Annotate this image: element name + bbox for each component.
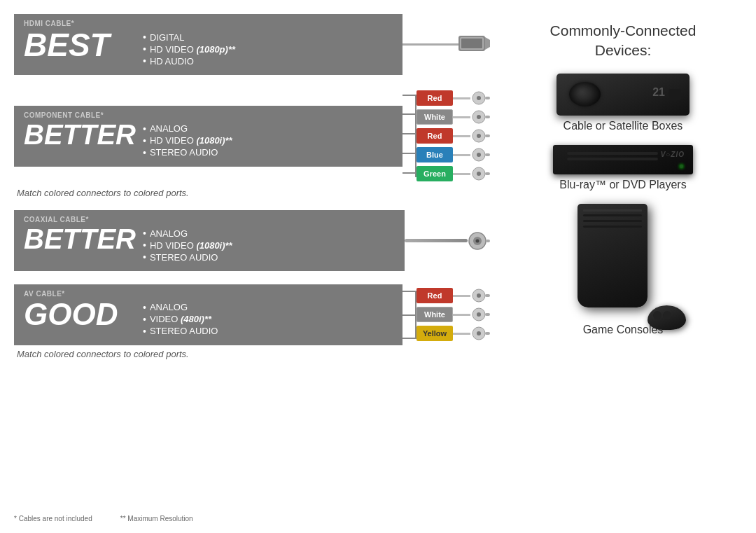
- best-feature-2-text: HD VIDEO (1080p)**: [150, 44, 235, 55]
- better-coaxial-section: COAXIAL CABLE* BETTER ANALOG HD VIDEO (1…: [14, 210, 490, 271]
- good-section: AV CABLE* GOOD ANALOG VIDEO (480i)** STE…: [14, 283, 490, 359]
- left-section: HDMI CABLE* BEST DIGITAL HD VIDEO (1080p…: [14, 14, 490, 512]
- best-feature-3-text: HD AUDIO: [150, 56, 194, 67]
- hdmi-plug-svg: [458, 30, 490, 57]
- bracket-tick-2: [402, 113, 416, 115]
- right-section: Commonly-Connected Devices: 21 Cable or …: [490, 14, 742, 512]
- av-connector-red: Red: [416, 288, 490, 303]
- svg-rect-2: [461, 39, 482, 48]
- bracket-line: [415, 95, 416, 177]
- svg-point-14: [477, 153, 481, 157]
- rca-plug-green-svg: [470, 166, 490, 181]
- best-quality-label: BEST: [24, 29, 143, 61]
- av-bracket: [402, 283, 416, 346]
- svg-rect-18: [485, 172, 490, 175]
- g-feature-3: STEREO AUDIO: [143, 326, 218, 337]
- bc-feature-3: STEREO AUDIO: [143, 147, 232, 158]
- rca-wire-red2: [453, 135, 470, 137]
- dvd-led: [680, 165, 683, 168]
- better-coaxial-row: COAXIAL CABLE* BETTER ANALOG HD VIDEO (1…: [14, 210, 490, 271]
- component-match-note: Match colored connectors to colored port…: [14, 185, 490, 198]
- good-quality-label: GOOD: [24, 299, 143, 330]
- svg-point-30: [477, 331, 481, 335]
- footer-note1: * Cables are not included: [14, 515, 92, 522]
- dvd-logo-text: V○ZIO: [661, 151, 685, 158]
- svg-rect-25: [485, 294, 490, 297]
- good-cable-row: GOOD ANALOG VIDEO (480i)** STEREO AUDIO: [24, 299, 393, 337]
- rca-wire-white: [453, 116, 470, 118]
- console-disc-slot: [583, 209, 642, 212]
- sat-box-image: 21: [556, 74, 690, 116]
- footer-note2: ** Maximum Resolution: [120, 515, 193, 522]
- bco-feature-1-text: ANALOG: [150, 228, 188, 239]
- svg-point-5: [477, 96, 481, 100]
- rca-plug-red-svg: [470, 90, 490, 106]
- svg-marker-3: [485, 37, 490, 50]
- bco-feature-1: ANALOG: [143, 228, 232, 239]
- av-connector-white: White: [416, 307, 490, 322]
- component-connector-stack: Red White: [416, 90, 490, 181]
- av-badge-yellow: Yellow: [416, 326, 453, 341]
- svg-point-17: [477, 172, 481, 176]
- best-section: HDMI CABLE* BEST DIGITAL HD VIDEO (1080p…: [14, 14, 490, 75]
- better-coaxial-quality-label: BETTER: [24, 225, 143, 253]
- best-feature-1: DIGITAL: [143, 32, 235, 43]
- rca-plug-white-svg: [470, 109, 490, 125]
- hdmi-wire: [402, 43, 458, 46]
- bc-feature-3-text: STEREO AUDIO: [150, 147, 218, 158]
- component-rca-red: [453, 90, 490, 106]
- rca-wire-blue: [453, 154, 470, 156]
- svg-rect-12: [485, 134, 490, 137]
- av-badge-white: White: [416, 307, 453, 322]
- av-rca-yellow-svg: [470, 326, 490, 341]
- hdmi-connector-area: [402, 30, 490, 60]
- bracket-tick-1: [402, 95, 416, 96]
- bco-feature-3-text: STEREO AUDIO: [150, 252, 218, 263]
- better-component-cable-row: BETTER ANALOG HD VIDEO (1080i)** STEREO …: [24, 120, 393, 158]
- svg-point-8: [477, 115, 481, 119]
- g-feature-2-text: VIDEO (480i)**: [150, 314, 211, 324]
- av-connector-yellow: Yellow: [416, 326, 490, 341]
- bco-feature-2-text: HD VIDEO (1080i)**: [150, 240, 232, 251]
- device-cable-satellite: 21 Cable or Satellite Boxes: [556, 74, 690, 132]
- sat-display-num: 21: [652, 86, 665, 99]
- svg-rect-6: [485, 97, 490, 99]
- devices-title-line1: Commonly-Connected: [550, 22, 696, 39]
- better-coaxial-cable-row: BETTER ANALOG HD VIDEO (1080i)** STEREO …: [24, 225, 395, 263]
- svg-rect-31: [485, 332, 490, 335]
- better-coaxial-box: COAXIAL CABLE* BETTER ANALOG HD VIDEO (1…: [14, 210, 405, 271]
- av-rca-red-svg: [470, 288, 490, 303]
- main-container: HDMI CABLE* BEST DIGITAL HD VIDEO (1080p…: [0, 0, 756, 533]
- rca-wire-green: [453, 173, 470, 175]
- av-rca-yellow: [453, 326, 490, 341]
- component-badge-red2: Red: [416, 128, 453, 144]
- av-tick-3: [402, 338, 416, 339]
- best-feature-1-text: DIGITAL: [150, 32, 185, 43]
- g-feature-1: ANALOG: [143, 302, 218, 313]
- better-component-features: ANALOG HD VIDEO (1080i)** STEREO AUDIO: [143, 120, 232, 158]
- good-cable-box: AV CABLE* GOOD ANALOG VIDEO (480i)** STE…: [14, 284, 402, 345]
- component-bracket: [402, 87, 416, 185]
- best-cable-box: HDMI CABLE* BEST DIGITAL HD VIDEO (1080p…: [14, 14, 402, 75]
- bc-feature-2: HD VIDEO (1080i)**: [143, 135, 232, 146]
- g-feature-1-text: ANALOG: [150, 302, 188, 312]
- av-tick-1: [402, 291, 416, 292]
- component-rca-green: [453, 166, 490, 181]
- rca-plug-blue-svg: [470, 147, 490, 162]
- component-rca-red2: [453, 128, 490, 144]
- better-component-box: COMPONENT CABLE* BETTER ANALOG HD VIDEO …: [14, 106, 402, 167]
- coaxial-plug-svg: [468, 230, 490, 251]
- component-connector-red: Red: [416, 90, 490, 106]
- svg-point-27: [477, 312, 481, 317]
- best-features-list: DIGITAL HD VIDEO (1080p)** HD AUDIO: [143, 29, 235, 67]
- av-rca-wire-red: [453, 295, 470, 297]
- coaxial-connector-area: [405, 230, 490, 251]
- console-container: [578, 204, 668, 319]
- av-connector-stack: Red White: [416, 288, 490, 341]
- bluray-dvd-label: Blu-ray™ or DVD Players: [559, 179, 686, 191]
- svg-point-24: [477, 293, 481, 298]
- av-rca-red: [453, 288, 490, 303]
- component-connector-white: White: [416, 109, 490, 125]
- svg-point-11: [477, 134, 481, 138]
- rca-plug-red2-svg: [470, 128, 490, 144]
